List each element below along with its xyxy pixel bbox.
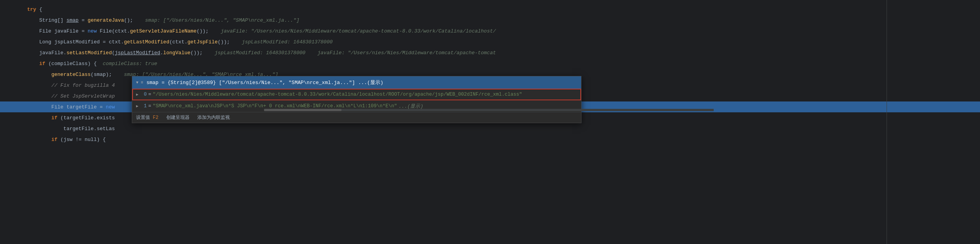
create-renderer-button[interactable]: 创建呈现器 [166, 114, 190, 121]
row-0-value: "/Users/nies/Nies/Middleware/tomcat/apac… [153, 92, 522, 97]
tooltip-popup: ▼ ≡ smap = {String[2]@3589} ["/Users/nie… [132, 76, 581, 123]
code-line-12: targetFile.setLas [0, 123, 980, 134]
set-value-button[interactable]: 设置值 F2 [136, 114, 159, 121]
code-line-2: String[] smap = generateJava(); smap: ["… [0, 15, 980, 26]
code-content-1: try { [23, 7, 972, 12]
row-1-hint: ...(显示) [399, 103, 423, 110]
vertical-divider [887, 0, 887, 244]
keyword-try: try [27, 7, 36, 12]
list-icon: ≡ [141, 80, 143, 85]
code-line-1: try { [0, 4, 980, 15]
add-inline-watch-button[interactable]: 添加为内联监视 [197, 114, 230, 121]
row-1-value: "SMAP\nrce_xml.java\nJSP\n*S JSP\n*F\n+ … [153, 103, 397, 109]
tooltip-footer: 设置值 F2 创建呈现器 添加为内联监视 [132, 112, 581, 123]
editor-container: try { String[] smap = generateJava(); sm… [0, 0, 980, 244]
code-line-3: File javaFile = new File(ctxt.getServlet… [0, 26, 980, 36]
row-1-index: 1 [144, 103, 147, 109]
code-line-4: Long jspLastModified = ctxt.getLastModif… [0, 36, 980, 47]
expand-arrow-1-icon: ▶ [136, 104, 141, 108]
horizontal-scrollbar[interactable] [264, 109, 714, 111]
tooltip-header: ▼ ≡ smap = {String[2]@3589} ["/Users/nie… [132, 76, 581, 89]
expand-arrow-0-icon: ▶ [136, 92, 141, 97]
tooltip-header-text: smap = {String[2]@3589} ["/Users/nies/Ni… [147, 79, 383, 86]
code-content-3: File javaFile = new File(ctxt.getServlet… [23, 28, 972, 34]
code-content-13: if (jsw != null) { [23, 137, 972, 143]
scrollbar-thumb[interactable] [264, 109, 342, 111]
code-content-4: Long jspLastModified = ctxt.getLastModif… [23, 39, 972, 45]
code-line-6: if (compileClass) { compileClass: true [0, 58, 980, 69]
code-content-12: targetFile.setLas [23, 126, 972, 132]
code-content-5: javaFile.setLastModified(jspLastModified… [23, 50, 972, 56]
code-content-2: String[] smap = generateJava(); smap: ["… [23, 17, 972, 23]
code-line-13: if (jsw != null) { [0, 134, 980, 145]
tooltip-row-0[interactable]: ▶ 0 = "/Users/nies/Nies/Middleware/tomca… [132, 89, 581, 100]
code-line-5: javaFile.setLastModified(jspLastModified… [0, 47, 980, 58]
code-content-6: if (compileClass) { compileClass: true [23, 61, 972, 67]
collapse-arrow-icon[interactable]: ▼ [136, 81, 138, 85]
row-0-index: 0 [144, 92, 147, 97]
